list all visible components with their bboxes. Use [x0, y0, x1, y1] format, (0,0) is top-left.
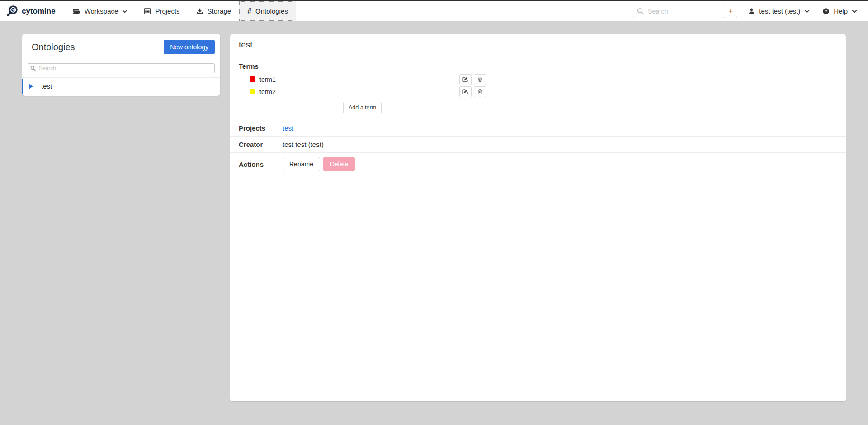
term-name: term2 — [259, 88, 276, 95]
edit-term-button[interactable] — [459, 74, 472, 85]
edit-term-button[interactable] — [459, 86, 472, 97]
delete-term-button[interactable] — [474, 86, 486, 97]
help-circle-icon: ? — [822, 8, 830, 15]
hashtag-icon: # — [247, 7, 251, 15]
navbar-left: cytomine Workspace Projects — [6, 1, 296, 21]
chevron-down-icon — [852, 9, 857, 14]
project-link[interactable]: test — [283, 124, 293, 132]
nav-ontologies-label: Ontologies — [255, 7, 288, 15]
help-menu[interactable]: ? Help — [816, 7, 863, 15]
projects-label: Projects — [239, 124, 283, 132]
download-icon — [196, 8, 203, 15]
ontology-tree-item-label: test — [41, 82, 52, 90]
ontology-search-input[interactable] — [28, 63, 215, 73]
edit-icon — [462, 76, 468, 82]
user-label: test test (test) — [759, 7, 800, 15]
page-content: Ontologies New ontology test test Terms — [0, 21, 868, 401]
actions-row: Actions Rename Delete — [230, 152, 846, 175]
creator-row: Creator test test (test) — [230, 136, 846, 152]
brand-logo[interactable]: cytomine — [6, 1, 56, 21]
ontologies-sidebar: Ontologies New ontology test — [22, 34, 220, 96]
folder-open-icon — [73, 8, 80, 14]
nav-workspace-label: Workspace — [85, 7, 118, 15]
delete-ontology-button[interactable]: Delete — [323, 157, 355, 171]
ontology-title: test — [230, 34, 846, 56]
ontology-tree-item-test[interactable]: test — [22, 79, 220, 94]
chevron-down-icon — [122, 9, 127, 14]
edit-icon — [462, 89, 468, 94]
user-menu[interactable]: test test (test) — [742, 7, 816, 15]
list-panel-icon — [144, 8, 151, 15]
add-button[interactable]: + — [724, 5, 737, 18]
help-label: Help — [834, 7, 848, 15]
nav-projects[interactable]: Projects — [136, 1, 188, 21]
global-search — [633, 5, 722, 18]
rename-button[interactable]: Rename — [283, 157, 320, 171]
new-ontology-button[interactable]: New ontology — [164, 40, 215, 54]
add-term-button[interactable]: Add a term — [343, 102, 382, 113]
creator-label: Creator — [239, 141, 283, 148]
search-icon — [30, 66, 36, 71]
cytomine-logo-icon — [6, 5, 19, 17]
global-search-input[interactable] — [633, 5, 722, 18]
term-color-swatch — [250, 89, 255, 94]
navbar-right: + test test (test) ? Help — [633, 1, 863, 21]
chevron-down-icon — [804, 9, 810, 14]
sidebar-title: Ontologies — [32, 42, 75, 52]
terms-heading: Terms — [239, 62, 486, 70]
nav-storage-label: Storage — [208, 7, 231, 15]
delete-term-button[interactable] — [474, 74, 486, 85]
svg-text:?: ? — [825, 9, 827, 14]
term-row: term1 — [239, 73, 486, 85]
actions-label: Actions — [239, 161, 283, 168]
projects-row: Projects test — [230, 120, 846, 136]
nav-workspace[interactable]: Workspace — [65, 1, 136, 21]
trash-icon — [477, 76, 483, 82]
nav-projects-label: Projects — [155, 7, 179, 15]
brand-name: cytomine — [22, 7, 56, 16]
term-name: term1 — [259, 76, 276, 83]
sidebar-search-section — [22, 60, 220, 78]
user-icon — [748, 8, 755, 14]
ontology-detail-panel: test Terms term1 — [230, 34, 846, 401]
ontology-tree: test — [22, 78, 220, 96]
sidebar-header: Ontologies New ontology — [22, 34, 220, 60]
term-row: term2 — [239, 85, 486, 98]
caret-right-icon[interactable] — [29, 84, 33, 89]
trash-icon — [477, 89, 483, 94]
nav-ontologies[interactable]: # Ontologies — [239, 1, 296, 21]
creator-value: test test (test) — [283, 141, 324, 148]
terms-section: Terms term1 — [230, 56, 486, 113]
term-color-swatch — [250, 76, 255, 82]
search-icon — [637, 8, 644, 15]
navbar: cytomine Workspace Projects — [0, 1, 868, 21]
nav-storage[interactable]: Storage — [188, 1, 240, 21]
